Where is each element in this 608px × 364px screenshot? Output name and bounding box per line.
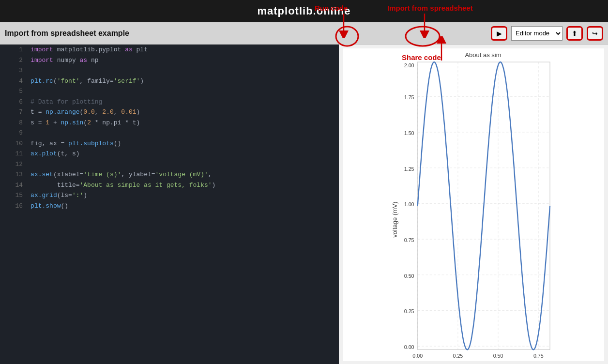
code-line[interactable]: # Data for plotting — [29, 97, 339, 107]
chart-svg: voltage (mV) 0.00 0.25 0.50 0.75 1.00 1.… — [343, 59, 604, 358]
line-number: 8 — [0, 118, 29, 128]
table-row: 7t = np.arange(0.0, 2.0, 0.01) — [0, 107, 339, 118]
line-number: 7 — [0, 107, 29, 118]
code-line[interactable]: import matplotlib.pyplot as plt — [29, 45, 339, 55]
app-title: matplotlib.online — [258, 5, 351, 17]
svg-text:0.00: 0.00 — [404, 344, 414, 350]
toolbar: Import from spreadsheet example ▶ Editor… — [0, 22, 608, 45]
code-line[interactable]: t = np.arange(0.0, 2.0, 0.01) — [29, 107, 339, 118]
code-editor[interactable]: 1import matplotlib.pyplot as plt2import … — [0, 45, 339, 211]
page-title: Import from spreadsheet example — [5, 29, 487, 38]
line-number: 12 — [0, 159, 29, 170]
code-line[interactable]: title='About as simple as it gets, folks… — [29, 180, 339, 191]
svg-text:0.75: 0.75 — [533, 353, 544, 358]
table-row: 15ax.grid(ls=':') — [0, 190, 339, 201]
svg-text:0.25: 0.25 — [404, 308, 414, 314]
import-icon: ⬆ — [572, 30, 578, 37]
code-line[interactable]: s = 1 + np.sin(2 * np.pi * t) — [29, 118, 339, 128]
code-line[interactable] — [29, 65, 339, 76]
svg-text:0.00: 0.00 — [412, 353, 423, 358]
svg-text:1.50: 1.50 — [404, 130, 414, 136]
table-row: 14 title='About as simple as it gets, fo… — [0, 180, 339, 191]
svg-text:1.75: 1.75 — [404, 94, 414, 100]
table-row: 10fig, ax = plt.subplots() — [0, 138, 339, 149]
line-number: 14 — [0, 180, 29, 191]
run-button[interactable]: ▶ — [491, 26, 507, 41]
table-row: 16plt.show() — [0, 201, 339, 212]
svg-text:0.50: 0.50 — [404, 273, 414, 279]
line-number: 2 — [0, 55, 29, 66]
table-row: 2import numpy as np — [0, 55, 339, 66]
line-number: 9 — [0, 128, 29, 138]
play-icon: ▶ — [497, 30, 502, 37]
app-header: matplotlib.online — [0, 0, 608, 22]
code-line[interactable] — [29, 86, 339, 97]
svg-text:0.75: 0.75 — [404, 237, 414, 243]
chart-title: About as sim — [343, 48, 604, 59]
code-line[interactable]: import numpy as np — [29, 55, 339, 66]
code-line[interactable]: plt.show() — [29, 201, 339, 212]
share-icon: ↪ — [592, 30, 598, 37]
table-row: 8s = 1 + np.sin(2 * np.pi * t) — [0, 118, 339, 128]
code-panel: 1import matplotlib.pyplot as plt2import … — [0, 45, 339, 364]
code-line[interactable]: plt.rc('font', family='serif') — [29, 76, 339, 87]
table-row: 6# Data for plotting — [0, 97, 339, 107]
line-number: 13 — [0, 169, 29, 180]
line-number: 15 — [0, 190, 29, 201]
line-number: 4 — [0, 76, 29, 87]
line-number: 10 — [0, 138, 29, 149]
share-code-button[interactable]: ↪ — [587, 26, 603, 41]
mode-select[interactable]: Editor mode Viewer mode — [511, 26, 562, 41]
table-row: 1import matplotlib.pyplot as plt — [0, 45, 339, 55]
line-number: 6 — [0, 97, 29, 107]
line-number: 3 — [0, 65, 29, 76]
svg-text:1.00: 1.00 — [404, 201, 414, 207]
svg-text:voltage (mV): voltage (mV) — [391, 202, 398, 238]
table-row: 4plt.rc('font', family='serif') — [0, 76, 339, 87]
code-line[interactable]: ax.plot(t, s) — [29, 149, 339, 159]
table-row: 13ax.set(xlabel='time (s)', ylabel='volt… — [0, 169, 339, 180]
code-line[interactable] — [29, 159, 339, 170]
output-panel: About as sim voltage (mV) 0.00 0.25 0.50… — [339, 45, 608, 364]
svg-text:0.25: 0.25 — [453, 353, 463, 358]
table-row: 9 — [0, 128, 339, 138]
main-area: 1import matplotlib.pyplot as plt2import … — [0, 45, 608, 364]
import-spreadsheet-button[interactable]: ⬆ — [566, 26, 583, 41]
code-line[interactable]: ax.grid(ls=':') — [29, 190, 339, 201]
svg-text:1.25: 1.25 — [404, 166, 414, 172]
line-number: 11 — [0, 149, 29, 159]
line-number: 16 — [0, 201, 29, 212]
table-row: 3 — [0, 65, 339, 76]
code-line[interactable]: fig, ax = plt.subplots() — [29, 138, 339, 149]
svg-text:0.50: 0.50 — [493, 353, 503, 358]
table-row: 11ax.plot(t, s) — [0, 149, 339, 159]
table-row: 5 — [0, 86, 339, 97]
table-row: 12 — [0, 159, 339, 170]
line-number: 1 — [0, 45, 29, 55]
chart-container: About as sim voltage (mV) 0.00 0.25 0.50… — [343, 48, 604, 361]
svg-text:2.00: 2.00 — [404, 62, 414, 68]
code-line[interactable]: ax.set(xlabel='time (s)', ylabel='voltag… — [29, 169, 339, 180]
code-line[interactable] — [29, 128, 339, 138]
line-number: 5 — [0, 86, 29, 97]
